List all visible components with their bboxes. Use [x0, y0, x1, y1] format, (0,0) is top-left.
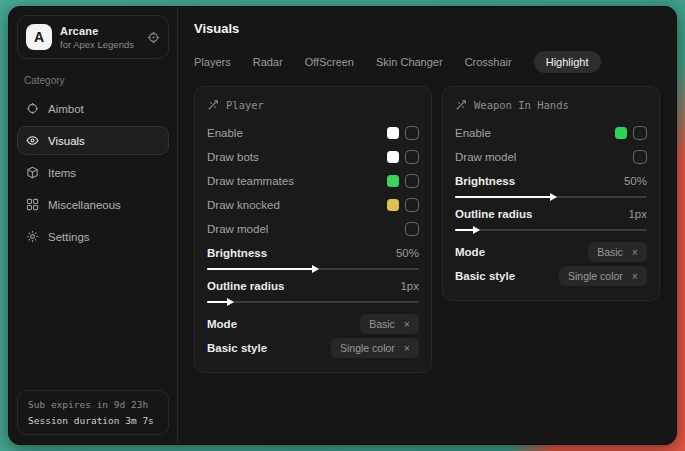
slider-fill[interactable] — [455, 196, 551, 198]
setting-label: Mode — [207, 318, 237, 330]
mode-select-chip[interactable]: Basic × — [588, 242, 647, 262]
slider-fill[interactable] — [207, 268, 313, 270]
weapon-card-header: Weapon In Hands — [455, 99, 647, 111]
draw-model-checkbox[interactable] — [405, 222, 419, 236]
sidebar-item-aimbot[interactable]: Aimbot — [17, 94, 169, 123]
setting-row-mode: Mode Basic × — [455, 241, 647, 263]
brightness-slider[interactable] — [207, 268, 419, 270]
subscription-status-card: Sub expires in 9d 23h Session duration 3… — [17, 390, 169, 435]
player-card: Player Enable Draw bots — [194, 86, 432, 373]
color-swatch[interactable] — [615, 127, 627, 139]
setting-row-draw-bots: Draw bots — [207, 146, 419, 168]
sidebar-item-visuals[interactable]: Visuals — [17, 126, 169, 155]
draw-bots-checkbox[interactable] — [405, 150, 419, 164]
player-card-title: Player — [226, 99, 264, 111]
outline-radius-slider[interactable] — [207, 301, 419, 303]
visuals-icon — [26, 134, 39, 147]
sidebar-item-miscellaneous[interactable]: Miscellaneous — [17, 190, 169, 219]
settings-gear-icon — [26, 230, 39, 243]
outline-radius-slider-block: Outline radius 1px — [455, 208, 647, 231]
sidebar: A Arcane for Apex Legends Category Aimbo… — [9, 7, 178, 444]
slider-fill[interactable] — [207, 301, 228, 303]
chip-value: Single color — [340, 342, 395, 354]
app-logo: A — [26, 24, 52, 50]
draw-knocked-checkbox[interactable] — [405, 198, 419, 212]
setting-label: Draw model — [455, 151, 516, 163]
sidebar-item-label: Items — [48, 167, 76, 179]
remove-icon[interactable]: × — [404, 343, 410, 354]
miscellaneous-icon — [26, 198, 39, 211]
player-card-header: Player — [207, 99, 419, 111]
sidebar-item-label: Aimbot — [48, 103, 84, 115]
sidebar-item-items[interactable]: Items — [17, 158, 169, 187]
tab-players[interactable]: Players — [194, 51, 231, 73]
tab-skin-changer[interactable]: Skin Changer — [376, 51, 443, 73]
slider-label: Outline radius — [455, 208, 532, 220]
slider-fill[interactable] — [455, 229, 474, 231]
brightness-slider-block: Brightness 50% — [207, 247, 419, 270]
basic-style-select-chip[interactable]: Single color × — [559, 266, 647, 286]
draw-teammates-checkbox[interactable] — [405, 174, 419, 188]
app-header-card: A Arcane for Apex Legends — [17, 15, 169, 59]
setting-label: Draw model — [207, 223, 268, 235]
chip-value: Basic — [369, 318, 395, 330]
color-swatch[interactable] — [387, 175, 399, 187]
setting-label: Enable — [455, 127, 491, 139]
tab-bar: Players Radar OffScreen Skin Changer Cro… — [194, 51, 660, 73]
setting-label: Enable — [207, 127, 243, 139]
page-title: Visuals — [194, 21, 660, 36]
outline-radius-slider[interactable] — [455, 229, 647, 231]
setting-label: Draw bots — [207, 151, 259, 163]
chip-value: Basic — [597, 246, 623, 258]
app-title: Arcane — [60, 25, 139, 37]
target-pin-icon[interactable] — [147, 31, 160, 44]
session-duration-text: Session duration 3m 7s — [28, 415, 158, 426]
remove-icon[interactable]: × — [632, 271, 638, 282]
tab-highlight[interactable]: Highlight — [534, 51, 601, 73]
setting-row-basic-style: Basic style Single color × — [207, 337, 419, 359]
sub-expiry-text: Sub expires in 9d 23h — [28, 399, 158, 410]
setting-label: Basic style — [455, 270, 515, 282]
tab-crosshair[interactable]: Crosshair — [465, 51, 512, 73]
outline-radius-slider-block: Outline radius 1px — [207, 280, 419, 303]
slider-value: 50% — [624, 175, 647, 187]
draw-model-checkbox[interactable] — [633, 150, 647, 164]
tab-offscreen[interactable]: OffScreen — [305, 51, 354, 73]
brightness-slider-block: Brightness 50% — [455, 175, 647, 198]
app-subtitle: for Apex Legends — [60, 39, 139, 50]
slider-value: 1px — [628, 208, 647, 220]
weapon-card-title: Weapon In Hands — [474, 99, 569, 111]
setting-row-enable: Enable — [207, 122, 419, 144]
sidebar-item-label: Settings — [48, 231, 90, 243]
setting-row-draw-model: Draw model — [455, 146, 647, 168]
chip-value: Single color — [568, 270, 623, 282]
color-swatch[interactable] — [387, 127, 399, 139]
enable-checkbox[interactable] — [405, 126, 419, 140]
remove-icon[interactable]: × — [404, 319, 410, 330]
setting-row-mode: Mode Basic × — [207, 313, 419, 335]
slider-label: Brightness — [207, 247, 267, 259]
tab-radar[interactable]: Radar — [253, 51, 283, 73]
color-swatch[interactable] — [387, 151, 399, 163]
weapon-icon — [455, 99, 467, 111]
app-meta: Arcane for Apex Legends — [60, 25, 139, 50]
basic-style-select-chip[interactable]: Single color × — [331, 338, 419, 358]
category-label: Category — [24, 75, 162, 86]
enable-checkbox[interactable] — [633, 126, 647, 140]
settings-cards: Player Enable Draw bots — [194, 86, 660, 373]
setting-row-basic-style: Basic style Single color × — [455, 265, 647, 287]
setting-row-enable: Enable — [455, 122, 647, 144]
remove-icon[interactable]: × — [632, 247, 638, 258]
brightness-slider[interactable] — [455, 196, 647, 198]
color-swatch[interactable] — [387, 199, 399, 211]
sidebar-item-settings[interactable]: Settings — [17, 222, 169, 251]
slider-label: Outline radius — [207, 280, 284, 292]
slider-value: 50% — [396, 247, 419, 259]
sidebar-item-label: Miscellaneous — [48, 199, 121, 211]
setting-label: Draw teammates — [207, 175, 294, 187]
mode-select-chip[interactable]: Basic × — [360, 314, 419, 334]
sidebar-item-label: Visuals — [48, 135, 85, 147]
slider-label: Brightness — [455, 175, 515, 187]
main-panel: Visuals Players Radar OffScreen Skin Cha… — [178, 7, 676, 444]
setting-row-draw-teammates: Draw teammates — [207, 170, 419, 192]
